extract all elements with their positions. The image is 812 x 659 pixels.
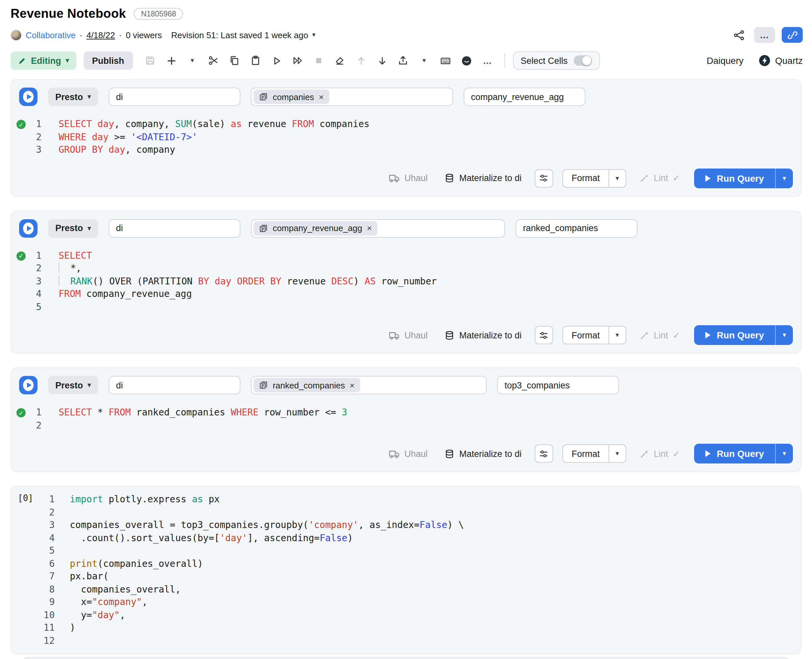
python-editor[interactable]: [0] 1import plotly.express as px23compan… <box>19 493 793 647</box>
run-query-menu-button[interactable]: ▾ <box>775 168 793 188</box>
format-button[interactable]: Format <box>563 170 608 187</box>
uhaul-button[interactable]: Uhaul <box>385 329 432 341</box>
move-cell-down-button[interactable] <box>373 52 391 69</box>
cut-button[interactable] <box>204 52 222 69</box>
remove-table-icon[interactable]: × <box>350 381 355 389</box>
sql-editor[interactable]: ✓ 1SELECT * FROM ranked_companies WHERE … <box>19 406 793 432</box>
lint-button[interactable]: Lint ✓ <box>635 448 684 459</box>
source-tables-input[interactable]: ranked_companies × <box>251 376 487 394</box>
materialize-button[interactable]: Materialize to di <box>441 172 526 184</box>
share-flow-button[interactable] <box>730 27 747 43</box>
editing-mode-button[interactable]: Editing ▾ <box>11 51 76 70</box>
run-query-button[interactable]: Run Query <box>694 444 775 464</box>
materialize-settings-button[interactable] <box>535 326 553 344</box>
code-line: 4 .count().sort_values(by=['day'], ascen… <box>19 531 793 544</box>
format-menu-button[interactable]: ▾ <box>608 326 625 344</box>
caret-down-icon: ▾ <box>66 57 69 64</box>
source-tables-input[interactable]: companies × <box>251 88 453 106</box>
format-button[interactable]: Format <box>563 445 608 462</box>
run-query-menu-button[interactable]: ▾ <box>775 444 793 464</box>
output-table-input[interactable] <box>516 219 637 237</box>
play-circle-icon <box>23 91 33 103</box>
sql-editor[interactable]: ✓ 1SELECT2 *,3 RANK() OVER (PARTITION BY… <box>19 249 793 314</box>
collaborative-link[interactable]: Collaborative <box>26 30 76 40</box>
export-button[interactable] <box>394 52 412 69</box>
play-all-icon <box>292 55 303 66</box>
materialize-label: Materialize to di <box>459 173 521 183</box>
sql-editor[interactable]: ✓ 1SELECT day, company, SUM(sale) as rev… <box>19 118 793 156</box>
copy-link-button[interactable] <box>782 27 803 43</box>
format-button[interactable]: Format <box>563 326 608 344</box>
code-line: 2WHERE day >= '<DATEID-7>' <box>19 131 793 143</box>
line-number: 2 <box>19 419 41 432</box>
remove-table-icon[interactable]: × <box>367 224 372 232</box>
quartz-link[interactable]: Quartz <box>759 55 803 66</box>
play-icon <box>706 175 711 181</box>
move-cell-up-button[interactable] <box>352 52 370 69</box>
namespace-input[interactable] <box>109 88 240 106</box>
run-cell-button[interactable] <box>19 376 38 394</box>
engine-select[interactable]: Presto ▾ <box>48 219 98 237</box>
revision-label: Revision 51: Last saved 1 week ago <box>171 30 308 40</box>
table-stack-icon <box>259 380 268 390</box>
assistant-bot-button[interactable] <box>457 52 475 69</box>
line-number: 4 <box>19 531 55 544</box>
materialize-button[interactable]: Materialize to di <box>441 330 526 341</box>
clear-outputs-button[interactable] <box>331 52 349 69</box>
run-all-button[interactable] <box>289 52 306 69</box>
header-more-button[interactable]: … <box>754 27 775 43</box>
toolbar-divider <box>504 53 505 68</box>
line-number: 3 <box>19 143 41 156</box>
paste-button[interactable] <box>246 52 264 69</box>
uhaul-button[interactable]: Uhaul <box>385 447 432 460</box>
save-button[interactable] <box>141 52 159 69</box>
stop-button[interactable] <box>310 52 328 69</box>
lint-button[interactable]: Lint ✓ <box>635 330 684 341</box>
run-cell-button[interactable] <box>19 219 38 237</box>
run-cell-toolbar-button[interactable] <box>268 52 286 69</box>
add-cell-menu-button[interactable]: ▾ <box>183 52 201 69</box>
revision-menu[interactable]: Revision 51: Last saved 1 week ago ▾ <box>171 30 316 40</box>
run-query-button[interactable]: Run Query <box>694 168 775 188</box>
run-query-button[interactable]: Run Query <box>694 325 775 345</box>
format-menu-button[interactable]: ▾ <box>608 445 625 462</box>
avatar[interactable] <box>11 29 22 41</box>
notebook-date-link[interactable]: 4/18/22 <box>86 30 115 40</box>
select-cells-toggle[interactable]: Select Cells <box>513 51 600 70</box>
namespace-input[interactable] <box>109 376 240 394</box>
more-icon: … <box>483 56 492 66</box>
copy-button[interactable] <box>226 52 243 69</box>
remove-table-icon[interactable]: × <box>319 93 324 101</box>
table-chip: company_revenue_agg × <box>254 221 377 235</box>
run-cell-button[interactable] <box>19 88 38 106</box>
pencil-icon <box>18 56 26 65</box>
code-line: 3GROUP BY day, company <box>19 143 793 156</box>
export-icon <box>398 55 408 66</box>
namespace-input[interactable] <box>109 219 240 237</box>
toolbar-more-button[interactable]: … <box>479 52 496 69</box>
engine-select[interactable]: Presto ▾ <box>48 88 98 106</box>
engine-select[interactable]: Presto ▾ <box>48 376 98 394</box>
materialize-button[interactable]: Materialize to di <box>441 448 526 459</box>
output-table-input[interactable] <box>497 376 619 394</box>
export-menu-button[interactable]: ▾ <box>415 52 433 69</box>
meta-separator: · <box>80 30 83 40</box>
materialize-settings-button[interactable] <box>535 169 553 187</box>
materialize-settings-button[interactable] <box>535 445 553 463</box>
uhaul-button[interactable]: Uhaul <box>385 172 432 184</box>
truck-icon <box>389 172 400 184</box>
toggle-switch <box>573 55 592 66</box>
line-number: 2 <box>19 506 55 519</box>
publish-button[interactable]: Publish <box>84 51 133 70</box>
lint-label: Lint <box>654 449 668 459</box>
caret-down-icon: ▾ <box>88 93 91 100</box>
caret-down-icon: ▾ <box>191 57 194 64</box>
cell-success-icon: ✓ <box>16 120 26 129</box>
output-table-input[interactable] <box>464 88 586 106</box>
add-cell-button[interactable] <box>162 52 180 69</box>
source-tables-input[interactable]: company_revenue_agg × <box>251 219 505 237</box>
keyboard-shortcuts-button[interactable] <box>436 52 454 69</box>
format-menu-button[interactable]: ▾ <box>608 170 625 187</box>
lint-button[interactable]: Lint ✓ <box>635 172 684 184</box>
run-query-menu-button[interactable]: ▾ <box>775 325 793 345</box>
